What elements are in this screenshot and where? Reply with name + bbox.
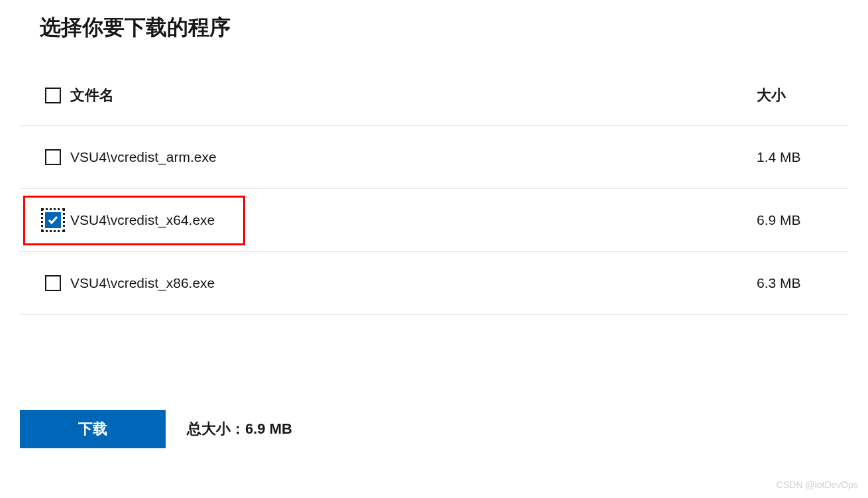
file-name: VSU4\vcredist_x64.exe	[70, 212, 215, 228]
select-all-checkbox[interactable]	[45, 88, 61, 103]
footer: 下载 总大小：6.9 MB	[20, 410, 848, 448]
download-button[interactable]: 下载	[20, 410, 166, 448]
table-row: VSU4\vcredist_x64.exe 6.9 MB	[20, 189, 848, 252]
table-row: VSU4\vcredist_arm.exe 1.4 MB	[20, 126, 848, 189]
file-size: 6.9 MB	[757, 212, 823, 228]
column-filename-label: 文件名	[70, 86, 114, 105]
column-size-label: 大小	[757, 86, 823, 105]
total-size-label: 总大小：	[187, 420, 245, 437]
checkmark-icon	[48, 215, 58, 225]
total-size: 总大小：6.9 MB	[187, 419, 292, 439]
page-title: 选择你要下载的程序	[40, 13, 848, 42]
file-name: VSU4\vcredist_arm.exe	[70, 149, 217, 165]
file-size: 6.3 MB	[757, 275, 823, 291]
file-checkbox[interactable]	[45, 149, 61, 165]
table-row: VSU4\vcredist_x86.exe 6.3 MB	[20, 252, 848, 315]
file-size: 1.4 MB	[757, 149, 823, 165]
file-checkbox[interactable]	[45, 275, 61, 291]
file-table: 文件名 大小 VSU4\vcredist_arm.exe 1.4 MB VSU4…	[20, 79, 848, 315]
file-checkbox[interactable]	[45, 212, 61, 228]
table-header: 文件名 大小	[20, 79, 848, 126]
total-size-value: 6.9 MB	[245, 420, 292, 437]
file-name: VSU4\vcredist_x86.exe	[70, 275, 215, 291]
